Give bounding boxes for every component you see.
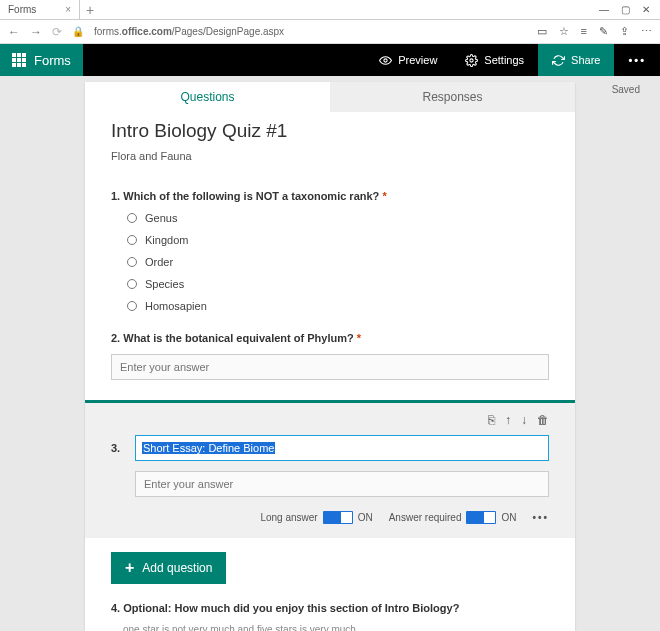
question-4: 4. Optional: How much did you enjoy this…: [111, 602, 549, 631]
move-up-icon[interactable]: ↑: [505, 413, 511, 427]
window-minimize-icon[interactable]: —: [599, 4, 609, 15]
move-down-icon[interactable]: ↓: [521, 413, 527, 427]
radio-icon: [127, 279, 137, 289]
answer-input[interactable]: [135, 471, 549, 497]
form-subtitle[interactable]: Flora and Fauna: [111, 150, 549, 162]
nav-refresh-icon[interactable]: ⟳: [52, 25, 62, 39]
question-hint: one star is not very much and five stars…: [123, 624, 549, 631]
option[interactable]: Homosapien: [127, 300, 549, 312]
question-3-editor: ⎘ ↑ ↓ 🗑 3. Short Essay: Define Biome: [85, 400, 575, 538]
tab-close-icon[interactable]: ×: [65, 4, 71, 15]
radio-icon: [127, 257, 137, 267]
window-maximize-icon[interactable]: ▢: [621, 4, 630, 15]
header-more-button[interactable]: •••: [614, 44, 660, 76]
web-note-icon[interactable]: ✎: [599, 25, 608, 38]
required-marker: *: [357, 332, 361, 344]
option[interactable]: Genus: [127, 212, 549, 224]
radio-icon: [127, 301, 137, 311]
tab-questions[interactable]: Questions: [85, 82, 330, 112]
radio-icon: [127, 213, 137, 223]
share-refresh-icon: [552, 54, 565, 67]
share-page-icon[interactable]: ⇪: [620, 25, 629, 38]
svg-point-1: [470, 58, 473, 61]
option[interactable]: Species: [127, 278, 549, 290]
copy-question-icon[interactable]: ⎘: [488, 413, 495, 427]
preview-button[interactable]: Preview: [365, 44, 451, 76]
delete-question-icon[interactable]: 🗑: [537, 413, 549, 427]
plus-icon: +: [125, 560, 134, 576]
question-2: 2. What is the botanical equivalent of P…: [111, 332, 549, 380]
svg-point-0: [384, 58, 387, 61]
nav-forward-icon[interactable]: →: [30, 25, 42, 39]
settings-button[interactable]: Settings: [451, 44, 538, 76]
new-tab-button[interactable]: +: [80, 2, 100, 18]
app-brand[interactable]: Forms: [0, 44, 83, 76]
favorite-icon[interactable]: ☆: [559, 25, 569, 38]
waffle-icon: [12, 53, 26, 67]
question-more-icon[interactable]: •••: [532, 512, 549, 523]
long-answer-toggle[interactable]: [323, 511, 353, 524]
question-text-input[interactable]: Short Essay: Define Biome: [135, 435, 549, 461]
app-name: Forms: [34, 53, 71, 68]
address-bar[interactable]: forms.office.com/Pages/DesignPage.aspx: [94, 26, 527, 37]
tab-title: Forms: [8, 4, 36, 15]
option[interactable]: Kingdom: [127, 234, 549, 246]
radio-icon: [127, 235, 137, 245]
option[interactable]: Order: [127, 256, 549, 268]
add-question-button[interactable]: + Add question: [111, 552, 226, 584]
window-close-icon[interactable]: ✕: [642, 4, 650, 15]
lock-icon: 🔒: [72, 26, 84, 37]
answer-input[interactable]: [111, 354, 549, 380]
hub-icon[interactable]: ≡: [581, 25, 587, 38]
reading-view-icon[interactable]: ▭: [537, 25, 547, 38]
required-toggle[interactable]: [466, 511, 496, 524]
tab-responses[interactable]: Responses: [330, 82, 575, 112]
save-status: Saved: [612, 84, 640, 95]
question-1: 1. Which of the following is NOT a taxon…: [111, 190, 549, 312]
browser-tab[interactable]: Forms ×: [0, 0, 80, 19]
share-button[interactable]: Share: [538, 44, 614, 76]
required-marker: *: [382, 190, 386, 202]
nav-back-icon[interactable]: ←: [8, 25, 20, 39]
form-title[interactable]: Intro Biology Quiz #1: [111, 120, 549, 142]
browser-more-icon[interactable]: ⋯: [641, 25, 652, 38]
eye-icon: [379, 54, 392, 67]
ellipsis-icon: •••: [628, 54, 646, 66]
gear-icon: [465, 54, 478, 67]
